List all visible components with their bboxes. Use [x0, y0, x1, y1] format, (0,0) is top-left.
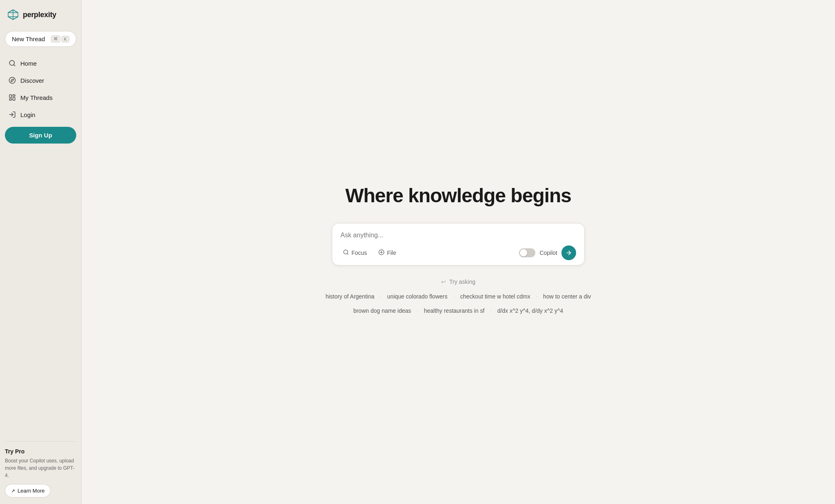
sidebar-item-home-label: Home	[20, 60, 37, 67]
sidebar-item-login-label: Login	[20, 111, 35, 118]
copilot-toggle[interactable]	[519, 248, 535, 257]
main-content: Where knowledge begins Focus	[82, 0, 835, 504]
search-input[interactable]	[340, 232, 576, 239]
sidebar-item-my-threads[interactable]: My Threads	[5, 89, 76, 106]
k-key: K	[62, 36, 69, 42]
suggestions-row2: brown dog name ideas · healthy restauran…	[325, 306, 592, 316]
suggestion-colorado-flowers[interactable]: unique colorado flowers	[387, 292, 448, 302]
learn-more-button[interactable]: ↗ Learn More	[5, 484, 51, 497]
perplexity-logo-icon	[7, 8, 20, 21]
svg-point-2	[9, 77, 15, 84]
sidebar-item-discover[interactable]: Discover	[5, 72, 76, 88]
file-button[interactable]: File	[376, 248, 399, 258]
search-box: Focus File Copilot	[332, 223, 585, 265]
home-icon	[8, 59, 16, 67]
sidebar-nav: Home Discover My Threads	[5, 55, 76, 124]
sign-up-button[interactable]: Sign Up	[5, 127, 76, 144]
focus-label: Focus	[351, 250, 367, 256]
threads-icon	[8, 93, 16, 102]
suggestions-row1: history of Argentina · unique colorado f…	[325, 292, 592, 302]
logo-area: perplexity	[5, 7, 76, 23]
try-pro-title: Try Pro	[5, 448, 76, 455]
external-link-icon: ↗	[11, 488, 15, 494]
suggestion-restaurants-sf[interactable]: healthy restaurants in sf	[423, 306, 486, 316]
file-label: File	[387, 250, 396, 256]
sidebar-item-my-threads-label: My Threads	[20, 94, 53, 101]
logo-text: perplexity	[23, 11, 56, 19]
sidebar-item-home[interactable]: Home	[5, 55, 76, 71]
svg-line-10	[347, 253, 348, 254]
search-toolbar: Focus File Copilot	[340, 245, 576, 260]
try-asking-text: Try asking	[449, 279, 475, 285]
main-title: Where knowledge begins	[345, 184, 571, 207]
sidebar-item-discover-label: Discover	[20, 77, 44, 84]
suggestion-calculus[interactable]: d/dx x^2 y^4, d/dy x^2 y^4	[497, 306, 564, 316]
sidebar: perplexity New Thread ⌘ K Home Disco	[0, 0, 82, 504]
search-toolbar-right: Copilot	[519, 245, 576, 260]
search-toolbar-left: Focus File	[340, 248, 399, 258]
sidebar-bottom: Try Pro Boost your Copilot uses, upload …	[5, 441, 76, 497]
try-asking-section: ↩ Try asking history of Argentina · uniq…	[325, 279, 592, 320]
svg-line-1	[13, 64, 15, 66]
focus-button[interactable]: Focus	[340, 248, 369, 258]
try-asking-icon: ↩	[441, 279, 446, 285]
submit-button[interactable]	[561, 245, 576, 260]
sidebar-item-login[interactable]: Login	[5, 106, 76, 123]
copilot-label: Copilot	[539, 250, 557, 256]
focus-icon	[343, 249, 349, 256]
login-icon	[8, 111, 16, 119]
try-asking-label: ↩ Try asking	[325, 279, 592, 285]
suggestion-hotel-cdmx[interactable]: checkout time w hotel cdmx	[459, 292, 531, 302]
try-pro-description: Boost your Copilot uses, upload more fil…	[5, 457, 76, 479]
suggestion-dog-names[interactable]: brown dog name ideas	[353, 306, 412, 316]
svg-rect-4	[9, 95, 11, 97]
new-thread-shortcut: ⌘ K	[51, 35, 69, 42]
svg-rect-7	[9, 99, 11, 100]
file-icon	[378, 249, 384, 256]
learn-more-label: Learn More	[18, 488, 44, 494]
svg-rect-6	[13, 97, 15, 100]
new-thread-button[interactable]: New Thread ⌘ K	[5, 31, 76, 47]
svg-rect-5	[13, 95, 15, 96]
suggestion-history-argentina[interactable]: history of Argentina	[325, 292, 375, 302]
compass-icon	[8, 76, 16, 84]
new-thread-label: New Thread	[12, 35, 45, 42]
svg-marker-3	[11, 79, 13, 82]
suggestion-center-div[interactable]: how to center a div	[542, 292, 592, 302]
cmd-key: ⌘	[51, 35, 60, 42]
